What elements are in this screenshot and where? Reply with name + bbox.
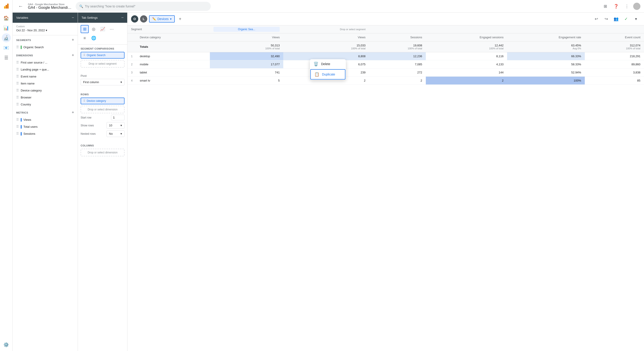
row-chip-device-category[interactable]: ⠿ Device category — [80, 98, 124, 104]
pivot-section: Pivot First column ▾ — [78, 72, 127, 90]
metric-item-sessions[interactable]: ⠿ Sessions — [12, 130, 78, 137]
blank-header-3 — [507, 26, 584, 33]
nested-rows-selector[interactable]: No ▾ — [106, 130, 124, 137]
drop-segment-zone[interactable]: Drop or select segment — [80, 60, 124, 68]
totals-row: Totals 50,313 100% of total 15,033 100% … — [128, 42, 644, 52]
tab-icon: ✏️ — [152, 17, 156, 21]
help-icon[interactable]: ❓ — [612, 2, 620, 11]
dimension-item-device-category[interactable]: ⠿ Device category — [12, 87, 78, 94]
left-navigation: 🏠 📊 🔬 📧 ☰ ⚙️ — [0, 0, 12, 351]
dimension-item-event-name[interactable]: ⠿ Event name — [12, 73, 78, 80]
columns-section: COLUMNS Drop or select dimension — [78, 142, 127, 160]
metric-item-total-users[interactable]: ⠿ Total users — [12, 123, 78, 130]
start-row-input[interactable] — [111, 115, 124, 120]
category-cell: tablet — [136, 69, 210, 77]
variables-close-icon[interactable]: − — [72, 15, 74, 20]
drop-column-zone[interactable]: Drop or select dimension — [80, 149, 124, 156]
context-duplicate-item[interactable]: 📋 Duplicate — [310, 69, 346, 80]
scatter-chart-icon[interactable]: ⋯ — [108, 25, 116, 33]
drop-column-label: Drop or select dimension — [88, 151, 118, 154]
user-avatar[interactable] — [633, 3, 640, 10]
dimension-item-browser[interactable]: ⠿ Browser — [12, 94, 78, 101]
drop-dimension-zone[interactable]: Drop or select dimension — [80, 106, 124, 113]
context-delete-item[interactable]: 🗑️ Delete — [310, 59, 346, 69]
nav-explore-icon[interactable]: 🔬 — [2, 33, 11, 42]
nav-reports-icon[interactable]: 📊 — [2, 24, 11, 33]
more-vert-icon[interactable]: ⋮ — [622, 2, 632, 11]
add-metric-icon[interactable]: + — [72, 110, 74, 115]
drop-segment-header[interactable]: Drop or select segment — [283, 26, 369, 33]
segment-chip-organic[interactable]: ⠿ Organic Search — [80, 52, 124, 59]
drag-handle-icon: ⠿ — [16, 118, 19, 122]
show-rows-selector[interactable]: 10 ▾ — [106, 122, 124, 129]
nav-configure-icon[interactable]: ☰ — [2, 53, 11, 62]
report-actions: ↩ ↪ 👥 ✓ ▾ — [592, 15, 640, 24]
nav-advertising-icon[interactable]: 📧 — [2, 43, 11, 52]
circle-o[interactable]: O — [131, 15, 138, 23]
circle-l[interactable]: L — [140, 15, 147, 23]
back-icon[interactable]: ← — [16, 2, 25, 11]
views-header-2[interactable]: Views — [283, 33, 369, 42]
rank-cell: 4 — [128, 77, 136, 85]
dropdown-icon[interactable]: ▾ — [632, 15, 640, 24]
segment-name: Organic Search — [24, 46, 44, 49]
sessions-header[interactable]: Sessions — [369, 33, 426, 42]
tab-settings-close-icon[interactable]: − — [121, 15, 124, 20]
sessions-cell: 2 — [369, 77, 426, 85]
grid-icon[interactable]: ⊞ — [601, 2, 610, 11]
undo-icon[interactable]: ↩ — [592, 15, 601, 24]
dimension-item-first-user-source[interactable]: ⠿ First user source / ... — [12, 59, 78, 66]
event-count-header[interactable]: Event count — [585, 33, 644, 42]
drag-handle-icon: ⠿ — [16, 45, 19, 49]
line-chart-icon[interactable]: 📈 — [99, 25, 107, 33]
search-bar[interactable]: 🔍 Try searching "how to create funnel" — [76, 2, 211, 11]
blank-header-1 — [369, 26, 426, 33]
geo-chart-icon[interactable]: 🌐 — [90, 34, 98, 42]
views-header-1[interactable]: Views — [210, 33, 283, 42]
engaged-cell: 144 — [426, 69, 507, 77]
metric-color-bar — [21, 125, 22, 129]
add-user-icon[interactable]: 👥 — [612, 15, 620, 24]
check-circle-icon[interactable]: ✓ — [622, 15, 630, 24]
dimension-name: Landing page + que... — [21, 68, 49, 71]
add-segment-icon[interactable]: + — [72, 38, 74, 42]
date-range-value: Oct 22 - Nov 20, 2022 — [16, 29, 45, 32]
event-count-cell: 89,860 — [585, 60, 644, 69]
engagement-rate-header[interactable]: Engagement rate — [507, 33, 584, 42]
donut-chart-icon[interactable]: ◎ — [90, 25, 98, 33]
date-range-selector[interactable]: Oct 22 - Nov 20, 2022 ▾ — [16, 28, 74, 33]
organic-search-header: Organic Sea... — [210, 26, 283, 33]
dimension-name: First user source / ... — [21, 61, 47, 64]
dimensions-label: DIMENSIONS — [16, 54, 33, 57]
nav-home-icon[interactable]: 🏠 — [2, 14, 11, 23]
metric-item-views[interactable]: ⠿ Views — [12, 116, 78, 123]
report-header: O L ✏️ Devices ▾ + ↩ ↪ 👥 ✓ ▾ — [128, 13, 644, 26]
dimension-item-landing-page[interactable]: ⠿ Landing page + que... — [12, 66, 78, 73]
engaged-cell: 8,116 — [426, 52, 507, 60]
table-chart-icon[interactable]: ⊞ — [80, 25, 89, 33]
bar-chart-icon[interactable]: ≡ — [80, 34, 89, 42]
dimension-name: Event name — [21, 75, 36, 78]
segment-item-organic-search[interactable]: ⠿ Organic Search — [12, 44, 78, 51]
dimension-item-item-name[interactable]: ⠿ Item name — [12, 80, 78, 87]
category-cell: desktop — [136, 52, 210, 60]
rank-header — [128, 33, 136, 42]
redo-icon[interactable]: ↪ — [602, 15, 611, 24]
device-category-header[interactable]: Device category — [136, 33, 210, 42]
chevron-down-icon: ▾ — [120, 132, 122, 135]
add-dimension-icon[interactable]: + — [72, 53, 74, 58]
add-tab-button[interactable]: + — [176, 15, 184, 23]
engaged-sessions-header[interactable]: Engaged sessions — [426, 33, 507, 42]
pivot-selector[interactable]: First column ▾ — [80, 79, 124, 85]
devices-tab[interactable]: ✏️ Devices ▾ — [149, 15, 175, 23]
app-logo[interactable] — [2, 2, 11, 11]
dimension-item-country[interactable]: ⠿ Country — [12, 101, 78, 108]
dimension-name: Device category — [21, 89, 42, 92]
delete-label: Delete — [321, 62, 330, 66]
property-name: GA4 - Google Merchandise ... — [28, 6, 73, 10]
nav-settings-icon[interactable]: ⚙️ — [2, 340, 11, 349]
table-row: 1 desktop 32,490 8,808 12,236 8,116 66.3… — [128, 52, 644, 60]
drag-handle-icon: ⠿ — [16, 102, 19, 107]
engaged-cell: 2 — [426, 77, 507, 85]
metric-name: Views — [24, 118, 31, 121]
